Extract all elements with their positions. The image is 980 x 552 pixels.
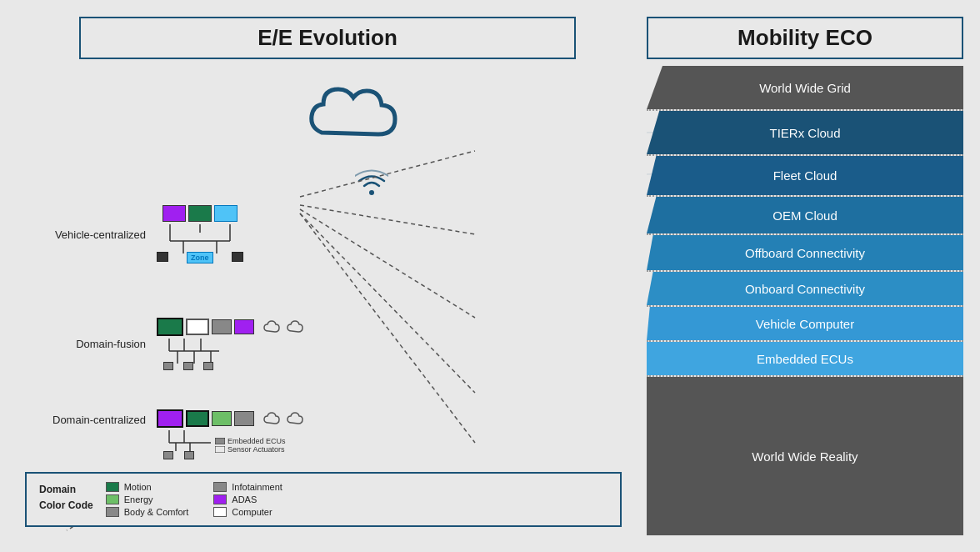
sep-6 bbox=[647, 340, 963, 342]
zone-controller: Zone bbox=[187, 252, 213, 263]
legend-body: Body & Comfort bbox=[106, 507, 189, 517]
legend-col-left: Motion Energy Body & Comfort bbox=[106, 482, 189, 517]
domain-fusion-label: Domain-fusion bbox=[33, 338, 146, 350]
sensor-actuators-text: Sensor Actuators bbox=[228, 445, 285, 454]
ecu-small-1 bbox=[157, 252, 168, 262]
vehicle-centralized-row: Vehicle-centralized bbox=[33, 205, 243, 263]
layer-onboard-label: Onboard Connectivity bbox=[745, 282, 865, 296]
ecu-small-7 bbox=[184, 451, 194, 459]
legend-computer: Computer bbox=[213, 507, 282, 517]
ecu-motion-1 bbox=[188, 205, 212, 222]
vehicle-centralized-label: Vehicle-centralized bbox=[33, 228, 146, 241]
embedded-ecus-label-group: Embedded ECUs Sensor Actuators bbox=[215, 437, 286, 454]
layer-oem-label: OEM Cloud bbox=[772, 208, 838, 223]
layer-wwr-label: World Wide Reality bbox=[752, 449, 858, 464]
legend-energy: Energy bbox=[106, 494, 189, 504]
domain-centralized-label: Domain-centralized bbox=[33, 414, 146, 426]
sep-4 bbox=[647, 270, 963, 272]
svg-line-3 bbox=[300, 209, 475, 318]
legend-infotainment: Infotainment bbox=[213, 482, 282, 492]
svg-line-4 bbox=[300, 213, 475, 393]
ecu-adas-1 bbox=[162, 205, 186, 222]
ecu-body-2 bbox=[234, 411, 254, 426]
layer-fleet-cloud: Fleet Cloud bbox=[647, 156, 963, 195]
ecu-small-3 bbox=[163, 362, 173, 370]
legend-box: Domain Color Code Motion Energy bbox=[25, 472, 622, 527]
svg-line-2 bbox=[300, 205, 475, 234]
sep-2 bbox=[647, 195, 963, 197]
layer-vc-label: Vehicle Computer bbox=[756, 317, 854, 331]
ecu-small-5 bbox=[203, 362, 213, 370]
infotainment-color bbox=[213, 482, 227, 492]
sep-0 bbox=[647, 109, 963, 111]
sep-1 bbox=[647, 154, 963, 156]
adas-color bbox=[213, 494, 227, 504]
embedded-ecus-text: Embedded ECUs bbox=[228, 437, 286, 445]
legend-items: Motion Energy Body & Comfort bbox=[106, 482, 282, 517]
layer-wwg-label: World Wide Grid bbox=[759, 81, 851, 95]
layer-world-wide-grid: World Wide Grid bbox=[647, 66, 963, 109]
left-panel: E/E Evolution bbox=[17, 17, 638, 535]
legend-motion: Motion bbox=[106, 482, 189, 492]
layer-oem-cloud: OEM Cloud bbox=[647, 197, 963, 233]
ecu-motion-2 bbox=[157, 318, 183, 336]
energy-color bbox=[106, 494, 119, 504]
legend-adas: ADAS bbox=[213, 494, 282, 504]
layer-tierx-label: TIERx Cloud bbox=[769, 126, 840, 140]
svg-rect-25 bbox=[215, 438, 225, 444]
ecu-infotainment-1 bbox=[214, 205, 238, 222]
ecu-energy-1 bbox=[212, 411, 232, 426]
svg-point-0 bbox=[369, 190, 374, 195]
cloud-icon bbox=[295, 76, 403, 154]
wifi-icon bbox=[355, 168, 388, 200]
legend-col-right: Infotainment ADAS Computer bbox=[213, 482, 282, 517]
layer-onboard: Onboard Connectivity bbox=[647, 272, 963, 305]
sep-3 bbox=[647, 233, 963, 235]
ecu-small-4 bbox=[183, 362, 193, 370]
layer-offboard-label: Offboard Connectivity bbox=[745, 246, 865, 260]
right-panel: Mobility ECO World Wide Grid TIERx Cloud bbox=[647, 17, 963, 535]
layer-embedded-label: Embedded ECUs bbox=[757, 352, 853, 366]
ecu-body-1 bbox=[212, 319, 232, 334]
legend-title: Domain Color Code bbox=[39, 482, 93, 514]
motion-color bbox=[106, 482, 119, 492]
ecu-computer-1 bbox=[186, 319, 209, 335]
mobility-eco-title: Mobility ECO bbox=[647, 17, 963, 59]
layer-world-wide-reality: World Wide Reality bbox=[647, 377, 963, 535]
computer-color bbox=[213, 507, 227, 517]
ecu-motion-3 bbox=[186, 410, 209, 427]
layer-vehicle-computer: Vehicle Computer bbox=[647, 307, 963, 340]
layer-fleet-label: Fleet Cloud bbox=[773, 168, 838, 183]
ecu-small-2 bbox=[232, 252, 243, 262]
domain-fusion-row: Domain-fusion bbox=[33, 318, 304, 370]
diagram-area: Vehicle-centralized bbox=[17, 68, 638, 535]
ecu-adas-3 bbox=[157, 409, 183, 428]
layer-offboard: Offboard Connectivity bbox=[647, 235, 963, 270]
layer-embedded: Embedded ECUs bbox=[647, 342, 963, 375]
layer-tierx-cloud: TIERx Cloud bbox=[647, 111, 963, 154]
svg-line-5 bbox=[300, 213, 475, 443]
ecu-small-6 bbox=[163, 451, 173, 459]
main-container: E/E Evolution bbox=[0, 0, 980, 552]
sep-5 bbox=[647, 305, 963, 307]
ecu-adas-2 bbox=[234, 319, 254, 334]
body-color bbox=[106, 507, 119, 517]
layers-list: World Wide Grid TIERx Cloud Fleet Cloud … bbox=[647, 66, 963, 535]
ee-evolution-title: E/E Evolution bbox=[79, 17, 577, 59]
layers-container: World Wide Grid TIERx Cloud Fleet Cloud … bbox=[647, 66, 963, 535]
svg-rect-26 bbox=[215, 446, 225, 453]
domain-centralized-row: Domain-centralized bbox=[33, 409, 304, 454]
